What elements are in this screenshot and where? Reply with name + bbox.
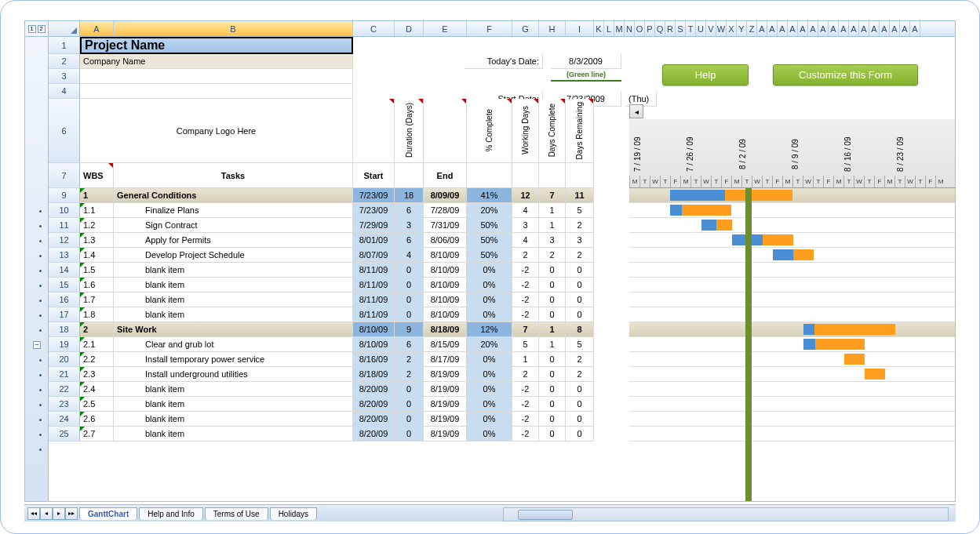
dur-12[interactable]: 2 [395, 367, 424, 382]
pct-7[interactable]: 0% [467, 292, 512, 307]
dc-6[interactable]: 0 [539, 278, 566, 292]
end-16[interactable]: 8/19/09 [424, 427, 467, 441]
wbs-10[interactable]: 2.1 [80, 337, 114, 352]
row-header-6[interactable]: 6 [49, 99, 80, 163]
end-13[interactable]: 8/19/09 [424, 382, 467, 397]
wbs-12[interactable]: 2.3 [80, 367, 114, 382]
col-header-A[interactable]: A [869, 21, 880, 36]
pct-3[interactable]: 50% [467, 233, 512, 248]
row-header-9[interactable]: 9 [49, 188, 80, 203]
pct-9[interactable]: 12% [467, 322, 512, 337]
col-header-Z[interactable]: Z [747, 21, 757, 36]
start-12[interactable]: 8/18/09 [353, 367, 395, 382]
col-header-A[interactable]: A [829, 21, 839, 36]
task-16[interactable]: blank item [114, 427, 353, 441]
col-header-P[interactable]: P [645, 21, 655, 36]
today-date[interactable]: 8/3/2009 [551, 54, 621, 69]
row-header-4[interactable]: 4 [49, 84, 80, 99]
task-4[interactable]: Develop Project Schedule [114, 248, 353, 263]
end-2[interactable]: 7/31/09 [424, 218, 467, 233]
end-3[interactable]: 8/06/09 [424, 233, 467, 248]
task-6[interactable]: blank item [114, 278, 353, 292]
col-header-A[interactable]: A [839, 21, 849, 36]
dur-10[interactable]: 6 [395, 337, 424, 352]
row-header-18[interactable]: 18 [49, 322, 80, 337]
pct-11[interactable]: 0% [467, 352, 512, 367]
col-header-U[interactable]: U [696, 21, 706, 36]
task-13[interactable]: blank item [114, 382, 353, 397]
col-header-A[interactable]: A [808, 21, 818, 36]
row-header-3[interactable]: 3 [49, 69, 80, 84]
task-3[interactable]: Apply for Permits [114, 233, 353, 248]
col-header-A[interactable]: A [859, 21, 869, 36]
task-5[interactable]: blank item [114, 263, 353, 278]
start-11[interactable]: 8/16/09 [353, 352, 395, 367]
sheet-tab-ganttchart[interactable]: GanttChart [79, 507, 137, 520]
col-header-A[interactable]: A [788, 21, 798, 36]
task-0[interactable]: General Conditions [114, 188, 353, 203]
row-header-1[interactable]: 1 [49, 37, 80, 54]
wd-14[interactable]: -2 [512, 397, 539, 412]
dc-9[interactable]: 1 [539, 322, 566, 337]
tab-nav-buttons[interactable]: ◂◂◂▸▸▸ [27, 507, 78, 520]
scroll-left-button[interactable]: ◂ [629, 104, 643, 118]
wd-0[interactable]: 12 [512, 188, 539, 203]
dr-9[interactable]: 8 [566, 322, 594, 337]
col-header-C[interactable]: C [353, 21, 395, 36]
start-3[interactable]: 8/01/09 [353, 233, 395, 248]
col-header-X[interactable]: X [727, 21, 737, 36]
dc-8[interactable]: 0 [539, 307, 566, 322]
pct-0[interactable]: 41% [467, 188, 512, 203]
dur-16[interactable]: 0 [395, 427, 424, 441]
wbs-0[interactable]: 1 [80, 188, 114, 203]
sheet-tab-holidays[interactable]: Holidays [270, 507, 317, 520]
end-4[interactable]: 8/10/09 [424, 248, 467, 263]
dr-10[interactable]: 5 [566, 337, 594, 352]
end-12[interactable]: 8/19/09 [424, 367, 467, 382]
dr-1[interactable]: 5 [566, 203, 594, 218]
col-header-Y[interactable]: Y [737, 21, 747, 36]
end-7[interactable]: 8/10/09 [424, 292, 467, 307]
task-1[interactable]: Finalize Plans [114, 203, 353, 218]
col-header-M[interactable]: M [614, 21, 625, 36]
dc-16[interactable]: 0 [539, 427, 566, 441]
dur-5[interactable]: 0 [395, 263, 424, 278]
row-header-7[interactable]: 7 [49, 163, 80, 188]
dr-5[interactable]: 0 [566, 263, 594, 278]
task-11[interactable]: Install temporary power service [114, 352, 353, 367]
start-1[interactable]: 7/23/09 [353, 203, 395, 218]
wd-16[interactable]: -2 [512, 427, 539, 441]
customize-form-button[interactable]: Customize this Form [773, 64, 918, 85]
col-header-A[interactable]: A [798, 21, 808, 36]
dr-12[interactable]: 2 [566, 367, 594, 382]
wd-6[interactable]: -2 [512, 278, 539, 292]
col-header-I[interactable]: I [566, 21, 594, 36]
dur-14[interactable]: 0 [395, 397, 424, 412]
dur-7[interactable]: 0 [395, 292, 424, 307]
dc-7[interactable]: 0 [539, 292, 566, 307]
dc-10[interactable]: 1 [539, 337, 566, 352]
pct-6[interactable]: 0% [467, 278, 512, 292]
select-all-corner[interactable] [49, 21, 80, 36]
pct-8[interactable]: 0% [467, 307, 512, 322]
row-header-2[interactable]: 2 [49, 54, 80, 69]
end-8[interactable]: 8/10/09 [424, 307, 467, 322]
dur-11[interactable]: 2 [395, 352, 424, 367]
wd-5[interactable]: -2 [512, 263, 539, 278]
row-header-13[interactable]: 13 [49, 248, 80, 263]
column-headers[interactable]: ABCDEFGHIKLMNOPQRSTUVWXYZAAAAAAAAAAAAAAA… [49, 21, 955, 37]
start-9[interactable]: 8/10/09 [353, 322, 395, 337]
dr-14[interactable]: 0 [566, 397, 594, 412]
pct-2[interactable]: 50% [467, 218, 512, 233]
sheet-tab-help-and-info[interactable]: Help and Info [139, 507, 203, 520]
col-header-S[interactable]: S [676, 21, 686, 36]
col-header-D[interactable]: D [395, 21, 424, 36]
dur-3[interactable]: 6 [395, 233, 424, 248]
start-8[interactable]: 8/11/09 [353, 307, 395, 322]
dr-7[interactable]: 0 [566, 292, 594, 307]
pct-4[interactable]: 50% [467, 248, 512, 263]
dc-12[interactable]: 0 [539, 367, 566, 382]
col-header-O[interactable]: O [635, 21, 645, 36]
col-header-Q[interactable]: Q [655, 21, 665, 36]
start-5[interactable]: 8/11/09 [353, 263, 395, 278]
